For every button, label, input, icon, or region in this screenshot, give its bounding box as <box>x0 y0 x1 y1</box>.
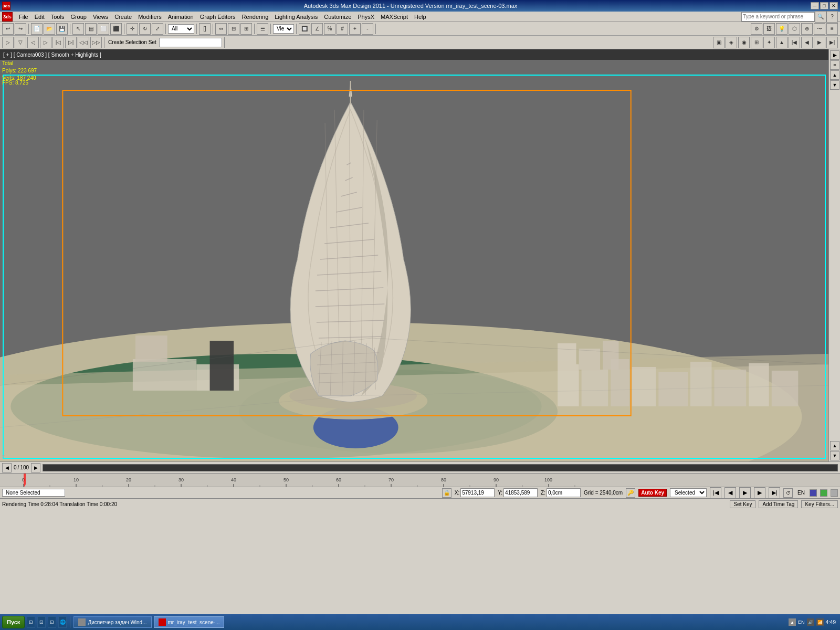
timeline-prev-btn[interactable]: ◀ <box>2 463 12 472</box>
redo-button[interactable]: ↪ <box>15 23 26 35</box>
tb2-btn6[interactable]: ▷| <box>65 37 77 48</box>
open-button[interactable]: 📂 <box>44 23 55 35</box>
menu-group[interactable]: Group <box>67 13 90 21</box>
frame-ruler[interactable]: 0 10 20 30 40 50 60 70 80 90 100 <box>0 473 840 487</box>
timeline-track[interactable] <box>43 464 838 471</box>
select-button[interactable]: ↖ <box>72 23 84 35</box>
quicklaunch-3[interactable]: ⊡ <box>48 616 56 628</box>
window-cross-button[interactable]: ⬛ <box>110 23 122 35</box>
menu-views[interactable]: Views <box>90 13 111 21</box>
help-search-button[interactable]: ? <box>826 11 838 23</box>
material-editor-button[interactable]: ⬡ <box>789 23 800 35</box>
tb2-btn3[interactable]: ◁ <box>27 37 39 48</box>
named-sel-button[interactable]: [] <box>199 23 211 35</box>
rect-select-button[interactable]: ⬜ <box>98 23 109 35</box>
undo-button[interactable]: ↩ <box>2 23 14 35</box>
minimize-button[interactable]: ─ <box>811 2 819 9</box>
lock-icon[interactable]: 🔒 <box>442 488 452 498</box>
dope-sheet-button[interactable]: ≡ <box>826 23 838 35</box>
viewport-3d[interactable]: [ + ] [ Camera003 ] [ Smooth + Highlight… <box>0 49 828 461</box>
mirror-button[interactable]: ⇔ <box>215 23 227 35</box>
anim-prev-btn[interactable]: ◀ <box>724 487 736 499</box>
z-input[interactable] <box>547 488 581 497</box>
snap-toggle-button[interactable]: 🔲 <box>299 23 310 35</box>
tb2-btn1[interactable]: ▷ <box>2 37 14 48</box>
menu-maxscript[interactable]: MAXScript <box>377 13 411 21</box>
select-by-name-button[interactable]: ▤ <box>85 23 97 35</box>
tb2-render6[interactable]: ▲ <box>776 37 788 48</box>
quicklaunch-2[interactable]: ⊡ <box>37 616 46 628</box>
rotate-button[interactable]: ↻ <box>139 23 151 35</box>
x-input[interactable] <box>460 488 495 497</box>
menu-customize[interactable]: Customize <box>321 13 354 21</box>
key-filters-button[interactable]: Key Filters... <box>801 500 838 508</box>
spinner-snap-button[interactable]: # <box>337 23 348 35</box>
taskbar-item-2[interactable]: mr_iray_test_scene-... <box>154 616 225 628</box>
rt-scroll-down[interactable]: ▼ <box>830 451 839 460</box>
create-sel-input[interactable] <box>159 38 222 47</box>
key-icon[interactable]: 🔑 <box>626 488 635 498</box>
render-button[interactable]: 🖼 <box>763 23 775 35</box>
tb2-render3[interactable]: ◉ <box>738 37 750 48</box>
move-button[interactable]: ✛ <box>127 23 138 35</box>
active-shade-button[interactable]: 💡 <box>776 23 788 35</box>
search-button[interactable]: 🔍 <box>815 11 826 23</box>
new-button[interactable]: 📄 <box>31 23 43 35</box>
tb2-anim1[interactable]: |◀ <box>789 37 800 48</box>
tb2-anim4[interactable]: ▶| <box>826 37 838 48</box>
scale-button[interactable]: ⤢ <box>152 23 163 35</box>
menu-modifiers[interactable]: Modifiers <box>135 13 165 21</box>
layer-manager-button[interactable]: ☰ <box>257 23 268 35</box>
curve-editor-button[interactable]: 〜 <box>814 23 825 35</box>
tb2-btn8[interactable]: ▷▷ <box>90 37 102 48</box>
anim-next-btn[interactable]: ▶ <box>754 487 765 499</box>
menu-tools[interactable]: Tools <box>48 13 68 21</box>
menu-create[interactable]: Create <box>111 13 135 21</box>
search-input[interactable] <box>741 12 815 22</box>
tb2-anim2[interactable]: ◀ <box>801 37 813 48</box>
align-view-button[interactable]: ⊞ <box>240 23 252 35</box>
edit-named-sel-button[interactable]: + <box>349 23 361 35</box>
tb2-anim3[interactable]: ▶ <box>814 37 825 48</box>
rt-btn1[interactable]: ▶ <box>830 50 839 60</box>
close-button[interactable]: ✕ <box>830 2 838 9</box>
tb2-render2[interactable]: ◈ <box>726 37 737 48</box>
tb2-btn2[interactable]: ▽ <box>15 37 26 48</box>
rt-scroll-up[interactable]: ▲ <box>830 441 839 450</box>
filter-select[interactable]: All <box>168 24 194 34</box>
render-setup-button[interactable]: ⚙ <box>751 23 762 35</box>
quicklaunch-4[interactable]: 🌐 <box>58 616 67 628</box>
add-time-tag-button[interactable]: Add Time Tag <box>759 500 798 508</box>
align-button[interactable]: ⊟ <box>228 23 239 35</box>
taskbar-item-1[interactable]: Диспетчер задач Wind... <box>74 616 151 628</box>
set-key-button[interactable]: Set Key <box>730 500 755 508</box>
rt-btn3[interactable]: ▲ <box>830 70 839 80</box>
angle-snap-button[interactable]: ∠ <box>311 23 323 35</box>
percent-snap-button[interactable]: % <box>324 23 335 35</box>
rt-btn2[interactable]: ≡ <box>830 60 839 70</box>
view-select[interactable]: View <box>273 24 294 34</box>
quicklaunch-1[interactable]: ⊡ <box>27 616 35 628</box>
menu-graph-editors[interactable]: Graph Editors <box>197 13 239 21</box>
menu-edit[interactable]: Edit <box>32 13 48 21</box>
menu-lighting-analysis[interactable]: Lighting Analysis <box>271 13 321 21</box>
schematic-view-button[interactable]: ⊕ <box>801 23 813 35</box>
anim-last-btn[interactable]: ▶| <box>769 487 780 499</box>
menu-physx[interactable]: PhysX <box>354 13 377 21</box>
menu-animation[interactable]: Animation <box>165 13 197 21</box>
menu-file[interactable]: File <box>16 13 32 21</box>
tb2-render1[interactable]: ▣ <box>713 37 724 48</box>
y-input[interactable] <box>503 488 538 497</box>
rt-btn4[interactable]: ▼ <box>830 80 839 90</box>
tb2-render5[interactable]: ✦ <box>763 37 775 48</box>
anim-first-btn[interactable]: |◀ <box>710 487 721 499</box>
menu-rendering[interactable]: Rendering <box>239 13 272 21</box>
tb2-btn7[interactable]: ◁◁ <box>78 37 89 48</box>
anim-play-btn[interactable]: ▶ <box>739 487 751 499</box>
named-sel-sets-button[interactable]: - <box>362 23 373 35</box>
maximize-button[interactable]: □ <box>820 2 828 9</box>
timeline-next-btn[interactable]: ▶ <box>31 463 40 472</box>
time-config-btn[interactable]: ⏱ <box>783 488 793 498</box>
tb2-render4[interactable]: ⊞ <box>751 37 762 48</box>
menu-help[interactable]: Help <box>411 13 429 21</box>
